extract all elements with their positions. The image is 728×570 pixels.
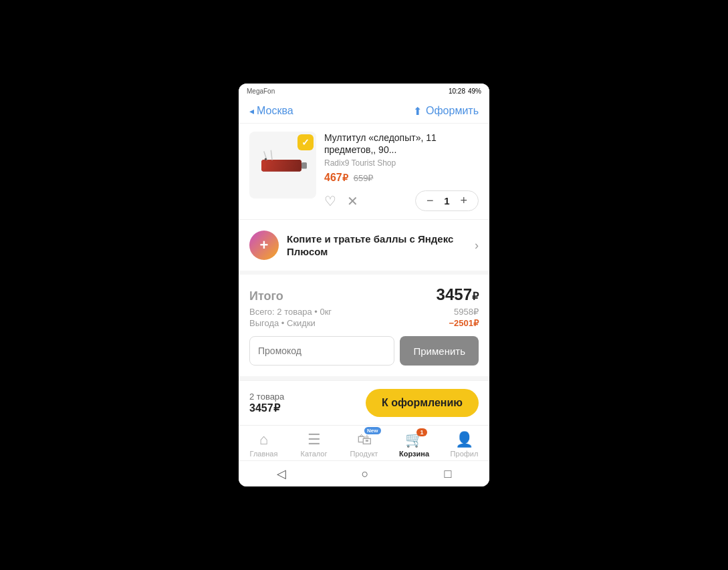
bottom-info: 2 товара 3457₽ xyxy=(249,392,284,414)
quantity-value: 1 xyxy=(441,195,452,206)
product-action-icons: ♡ ✕ xyxy=(324,193,358,209)
quantity-control: − 1 + xyxy=(415,190,479,211)
upload-icon: ⬆ xyxy=(413,105,422,118)
cart-icon-wrap: 🛒 1 xyxy=(405,431,423,448)
svg-point-6 xyxy=(265,158,267,160)
yandex-plus-icon: + xyxy=(249,231,279,260)
summary-discount-value: −2501₽ xyxy=(449,318,479,328)
checkout-button[interactable]: ⬆ Оформить xyxy=(413,105,479,118)
product-checkbox[interactable]: ✓ xyxy=(297,134,314,150)
favorite-icon[interactable]: ♡ xyxy=(324,193,336,209)
home-label: Главная xyxy=(250,450,278,458)
summary-details-row: Всего: 2 товара • 0кг 5958₽ xyxy=(249,307,479,317)
summary-section: Итого 3457₽ Всего: 2 товара • 0кг 5958₽ … xyxy=(239,275,489,380)
summary-details-label: Всего: 2 товара • 0кг xyxy=(249,307,332,317)
price-old: 659₽ xyxy=(354,173,374,183)
svg-rect-5 xyxy=(263,162,266,169)
catalog-icon: ☰ xyxy=(308,431,321,448)
svg-rect-2 xyxy=(301,162,307,169)
svg-rect-1 xyxy=(261,160,301,172)
sidebar-item-cart[interactable]: 🛒 1 Корзина xyxy=(394,431,435,458)
yandex-plus-text: Копите и тратьте баллы с Яндекс Плюсом xyxy=(287,233,467,259)
chevron-right-icon: › xyxy=(475,239,479,253)
location-label: Москва xyxy=(257,105,293,117)
sidebar-item-product[interactable]: 🛍 New Продукт xyxy=(344,431,384,458)
checkout-button[interactable]: К оформлению xyxy=(366,389,479,417)
catalog-icon-wrap: ☰ xyxy=(308,431,321,448)
delete-icon[interactable]: ✕ xyxy=(347,193,358,209)
product-label: Продукт xyxy=(350,450,378,458)
product-seller: Radix9 Tourist Shop xyxy=(324,158,479,168)
time: 10:28 xyxy=(449,88,465,95)
sidebar-item-profile[interactable]: 👤 Профил xyxy=(445,431,485,458)
yandex-plus-title: Копите и тратьте баллы с Яндекс Плюсом xyxy=(287,233,467,259)
home-icon: ⌂ xyxy=(259,431,268,448)
product-image-wrap: ✓ xyxy=(249,132,316,198)
quantity-decrease-button[interactable]: − xyxy=(424,194,437,208)
product-image xyxy=(256,145,310,185)
price-current: 467₽ xyxy=(324,172,348,184)
profile-label: Профил xyxy=(451,450,479,458)
android-nav: ◁ ○ □ xyxy=(239,460,489,486)
product-card: ✓ Мултитул «следопыт», 11 предметов,, 90… xyxy=(239,124,489,220)
battery: 49% xyxy=(468,88,481,95)
quantity-increase-button[interactable]: + xyxy=(457,194,470,208)
home-icon-wrap: ⌂ xyxy=(259,431,268,448)
summary-discount-label: Выгода • Скидки xyxy=(249,318,316,328)
phone-container: MegaFon 10:28 49% ◂ Москва ⬆ Оформить xyxy=(239,84,489,486)
location-button[interactable]: ◂ Москва xyxy=(249,105,293,117)
summary-discount-row: Выгода • Скидки −2501₽ xyxy=(249,318,479,328)
profile-icon: 👤 xyxy=(455,431,473,448)
checkout-label: Оформить xyxy=(426,105,479,117)
product-icon-wrap: 🛍 New xyxy=(357,431,372,448)
cart-label: Корзина xyxy=(399,450,429,458)
product-actions: ♡ ✕ − 1 + xyxy=(324,190,479,211)
summary-label: Итого xyxy=(249,289,283,303)
product-price-row: 467₽ 659₽ xyxy=(324,172,479,184)
promo-apply-button[interactable]: Применить xyxy=(400,336,479,366)
items-count: 2 товара xyxy=(249,392,284,402)
new-badge: New xyxy=(364,427,380,434)
status-right: 10:28 49% xyxy=(449,88,481,95)
summary-total-row: Итого 3457₽ xyxy=(249,285,479,304)
header: ◂ Москва ⬆ Оформить xyxy=(239,100,489,124)
summary-details-value: 5958₽ xyxy=(454,307,479,317)
cart-badge: 1 xyxy=(416,428,427,436)
android-recents-button[interactable]: □ xyxy=(445,467,452,481)
profile-icon-wrap: 👤 xyxy=(455,431,473,448)
sidebar-item-catalog[interactable]: ☰ Каталог xyxy=(294,431,334,458)
location-icon: ◂ xyxy=(249,106,254,116)
bottom-nav: ⌂ Главная ☰ Каталог 🛍 New Продукт 🛒 1 Ко… xyxy=(239,425,489,460)
carrier: MegaFon xyxy=(247,88,275,95)
promo-input[interactable] xyxy=(249,336,394,366)
sidebar-item-home[interactable]: ⌂ Главная xyxy=(244,431,284,458)
svg-line-4 xyxy=(271,150,272,160)
product-title: Мултитул «следопыт», 11 предметов,, 90..… xyxy=(324,132,479,156)
status-bar: MegaFon 10:28 49% xyxy=(239,84,489,100)
catalog-label: Каталог xyxy=(301,450,328,458)
total-price: 3457₽ xyxy=(249,402,284,414)
android-home-button[interactable]: ○ xyxy=(362,467,369,481)
summary-total-value: 3457₽ xyxy=(437,285,479,304)
yandex-plus-symbol: + xyxy=(260,237,269,254)
bottom-checkout-bar: 2 товара 3457₽ К оформлению xyxy=(239,380,489,425)
promo-row: Применить xyxy=(249,336,479,366)
yandex-plus-banner[interactable]: + Копите и тратьте баллы с Яндекс Плюсом… xyxy=(239,220,489,275)
android-back-button[interactable]: ◁ xyxy=(277,466,286,481)
product-info: Мултитул «следопыт», 11 предметов,, 90..… xyxy=(324,132,479,211)
checkmark-icon: ✓ xyxy=(301,137,310,148)
